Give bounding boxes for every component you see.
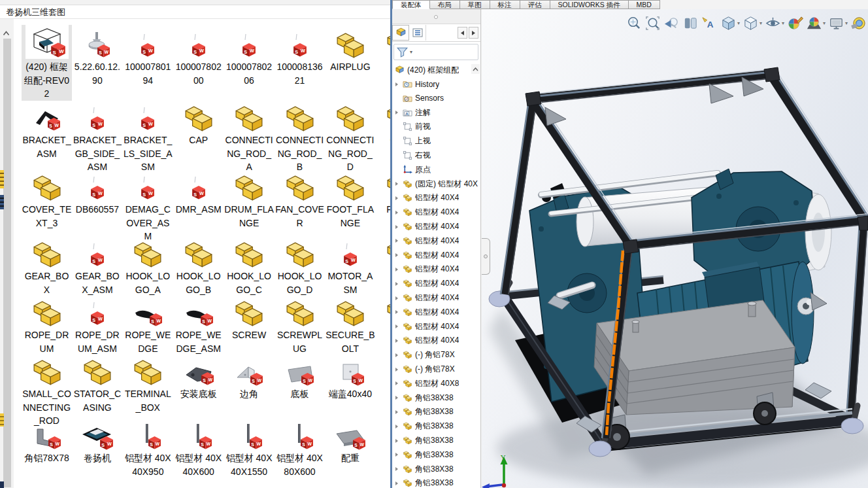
file-item[interactable]: ROPE_DRUM: [22, 293, 72, 355]
feature-tree-item[interactable]: 角铝38X38: [395, 448, 478, 462]
dropdown-caret-icon[interactable]: ▾: [782, 20, 784, 26]
feature-tree-item[interactable]: 角铝38X38: [395, 462, 478, 476]
feature-tree-item[interactable]: Sensors: [395, 92, 478, 105]
feature-tree-item[interactable]: 铝型材 40X4: [395, 291, 478, 305]
file-item[interactable]: SW 边角: [224, 352, 275, 401]
feature-tree-item[interactable]: 角铝38X38: [395, 434, 478, 447]
feature-tree-item[interactable]: 铝型材 40X4: [395, 249, 478, 262]
file-item[interactable]: SW BRACKET_ASM: [22, 98, 72, 160]
file-item[interactable]: SW 10000813621: [275, 25, 325, 87]
section-view-button[interactable]: [682, 15, 699, 31]
dropdown-caret-icon[interactable]: ▾: [737, 20, 740, 26]
feature-tree-item[interactable]: 铝型材 40X4: [395, 334, 478, 347]
file-item[interactable]: CONNECTING_ROD_D: [325, 98, 375, 174]
scroll-up-icon[interactable]: [3, 27, 10, 39]
hide-show-items-button[interactable]: ▾: [765, 15, 784, 31]
file-item[interactable]: FAN_COVER: [275, 167, 325, 230]
graphics-viewport[interactable]: A ▾ ▾ ▾: [482, 9, 868, 488]
file-item[interactable]: TERMINAL_BOX: [123, 352, 173, 414]
file-item[interactable]: SW 铝型材 40X40X600: [173, 416, 224, 478]
feature-tree-item[interactable]: 铝型材 40X4: [395, 220, 478, 234]
file-item[interactable]: GEAR_BOX: [22, 234, 72, 296]
apply-scene-button[interactable]: ▾: [806, 15, 826, 31]
expander-icon[interactable]: [395, 282, 403, 286]
feature-tree-item[interactable]: (固定) 铝型材 40X: [395, 177, 478, 191]
feature-tree-item[interactable]: 前视: [395, 120, 478, 133]
file-item[interactable]: SW ROPE_WEDGE: [123, 293, 173, 355]
camera-button[interactable]: [850, 15, 867, 31]
edit-appearance-button[interactable]: [787, 15, 803, 31]
file-item[interactable]: SW DB660557: [72, 167, 122, 217]
feature-tree-item[interactable]: 原点: [395, 163, 478, 177]
expander-icon[interactable]: [395, 353, 403, 357]
feature-tree-item[interactable]: A 注解: [395, 106, 478, 120]
file-item[interactable]: SW BRACKET_GB_SIDE_ASM: [72, 98, 122, 174]
feature-tree-item[interactable]: 右视: [395, 148, 478, 162]
file-item[interactable]: SECURE_BOLT: [325, 293, 375, 355]
expander-icon[interactable]: [395, 368, 403, 372]
view-orientation-button[interactable]: ▾: [720, 15, 740, 31]
expander-icon[interactable]: [395, 439, 403, 443]
zoom-to-area-button[interactable]: [644, 15, 661, 31]
file-item[interactable]: SW ROPE_DRUM_ASM: [72, 293, 122, 355]
feature-tree-item[interactable]: 铝型材 40X4: [395, 191, 478, 205]
file-item[interactable]: HOOK_LOGO_D: [275, 234, 325, 296]
feature-tree-item[interactable]: 铝型材 40X8: [395, 377, 478, 391]
file-item[interactable]: SW 底板: [275, 352, 325, 401]
expander-icon[interactable]: [395, 410, 403, 414]
commandmanager-tab[interactable]: SOLIDWORKS 插件: [550, 0, 629, 9]
feature-tree-item[interactable]: 角铝38X38: [395, 391, 478, 405]
feature-tree-item[interactable]: 铝型材 40X4: [395, 320, 478, 334]
feature-tree-item[interactable]: 角铝38X38: [395, 476, 478, 488]
file-item[interactable]: SW 铝型材 40X40X950: [123, 416, 173, 478]
expander-icon[interactable]: [395, 481, 403, 485]
file-item[interactable]: SW 铝型材 40X80X600: [275, 416, 325, 478]
file-item[interactable]: SW GEAR_BOX_ASM: [72, 234, 122, 296]
commandmanager-tab[interactable]: 装配体: [392, 0, 430, 9]
file-item[interactable]: SCREWPLUG: [275, 293, 325, 355]
expander-icon[interactable]: [395, 82, 403, 86]
3d-model-winch-assembly[interactable]: Y: [482, 9, 868, 488]
commandmanager-tab[interactable]: 布局: [429, 0, 460, 9]
file-item[interactable]: SW 卷扬机: [72, 416, 122, 465]
file-item[interactable]: STATOR_CASING: [72, 352, 122, 414]
expander-icon[interactable]: [395, 253, 403, 257]
file-item[interactable]: CAP: [173, 98, 224, 147]
file-item[interactable]: SW 5.22.60.12.90: [72, 25, 122, 87]
commandmanager-tab[interactable]: 标注: [490, 0, 520, 9]
file-item[interactable]: SW 安装底板: [173, 352, 224, 401]
expander-icon[interactable]: [395, 381, 403, 385]
feature-tree-item[interactable]: 铝型材 40X4: [395, 262, 478, 276]
file-item[interactable]: HOOK_LOGO_A: [123, 234, 173, 296]
file-item[interactable]: SW MOTOR_ASM: [325, 234, 375, 296]
expander-icon[interactable]: [395, 310, 403, 314]
file-item[interactable]: FOOT_FLANGE: [325, 167, 375, 230]
feature-tree-item[interactable]: (-) 角铝78X: [395, 348, 478, 362]
file-item[interactable]: SW 端盖40x40: [325, 352, 375, 401]
expander-icon[interactable]: [395, 425, 403, 428]
expander-icon[interactable]: [395, 324, 403, 328]
feature-tree-item[interactable]: (-) 角铝78X: [395, 362, 478, 376]
feature-tree-item[interactable]: 铝型材 40X4: [395, 305, 478, 319]
expander-icon[interactable]: [395, 268, 403, 271]
expander-icon[interactable]: [395, 396, 403, 400]
file-item[interactable]: SW 10000780206: [224, 25, 275, 87]
previous-view-button[interactable]: [663, 15, 680, 31]
commandmanager-tab[interactable]: MBD: [628, 0, 660, 9]
expander-icon[interactable]: [395, 467, 403, 471]
file-item[interactable]: CONNECTING_ROD_A: [224, 98, 275, 174]
commandmanager-tab[interactable]: 草图: [459, 0, 490, 9]
dropdown-caret-icon[interactable]: ▾: [845, 20, 848, 26]
file-item[interactable]: COVER_TEXT_3: [22, 167, 72, 230]
expander-icon[interactable]: [395, 225, 403, 229]
file-item[interactable]: SW 10000780194: [123, 25, 173, 87]
display-style-button[interactable]: ▾: [743, 15, 762, 31]
view-settings-button[interactable]: ▾: [828, 15, 848, 31]
dropdown-caret-icon[interactable]: ▾: [823, 20, 826, 26]
file-item[interactable]: AIRPLUG: [325, 25, 375, 74]
dropdown-caret-icon[interactable]: ▾: [760, 20, 762, 26]
file-item[interactable]: SW DEMAG_COVER_ASM: [123, 167, 173, 243]
file-item[interactable]: HOOK_LOGO_B: [173, 234, 224, 296]
feature-tree-item[interactable]: 铝型材 40X4: [395, 277, 478, 290]
file-item[interactable]: CONNECTING_ROD_B: [275, 98, 325, 174]
